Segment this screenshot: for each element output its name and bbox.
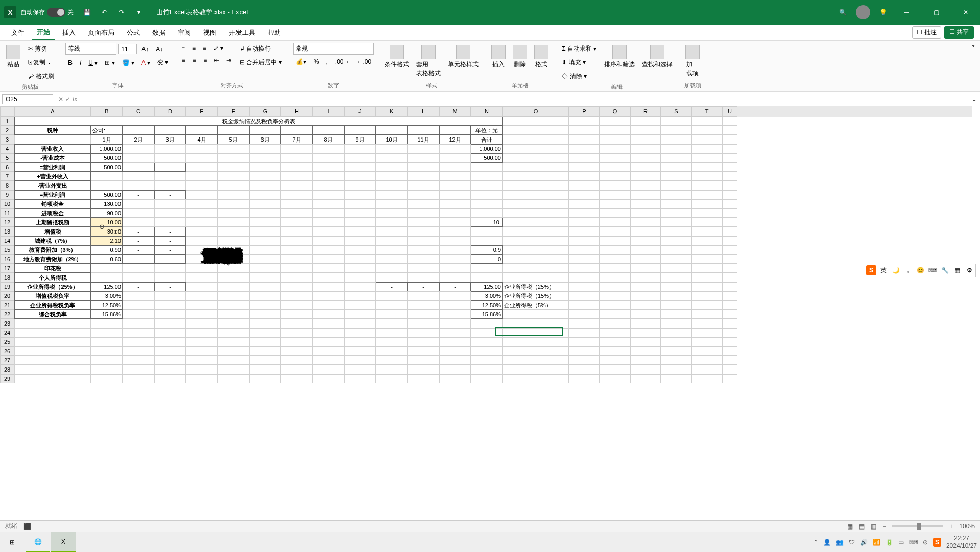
- tray-cancel-icon[interactable]: ⊘: [923, 539, 928, 546]
- cell[interactable]: [722, 117, 737, 126]
- row-header-20[interactable]: 20: [0, 291, 14, 301]
- cell[interactable]: [691, 273, 722, 282]
- cell[interactable]: [630, 181, 661, 190]
- cell[interactable]: [503, 126, 569, 135]
- cell[interactable]: [408, 199, 439, 209]
- cell[interactable]: [569, 291, 600, 301]
- cell[interactable]: [600, 310, 630, 319]
- undo-icon[interactable]: ↶: [97, 5, 111, 19]
- cell[interactable]: [186, 163, 218, 172]
- cell[interactable]: [281, 291, 313, 301]
- cell[interactable]: [249, 126, 281, 135]
- cell[interactable]: [281, 328, 313, 337]
- cell[interactable]: [439, 144, 471, 153]
- cell[interactable]: [344, 374, 376, 383]
- cell[interactable]: [691, 199, 722, 209]
- cell[interactable]: [218, 126, 249, 135]
- cell[interactable]: [218, 347, 249, 356]
- cell[interactable]: 500.00: [471, 153, 503, 163]
- chrome-icon[interactable]: 🌐: [26, 532, 50, 553]
- paste-button[interactable]: 粘贴: [4, 43, 22, 71]
- tray-chevron-icon[interactable]: ⌃: [813, 539, 818, 546]
- cell[interactable]: [218, 163, 249, 172]
- cell[interactable]: [600, 374, 630, 383]
- cell[interactable]: [661, 347, 691, 356]
- cell[interactable]: [313, 153, 344, 163]
- cell[interactable]: [471, 163, 503, 172]
- bold-button[interactable]: B: [65, 58, 75, 68]
- cell[interactable]: +营业外收入: [14, 172, 91, 181]
- cell[interactable]: 90.00: [91, 209, 123, 218]
- cell[interactable]: [439, 126, 471, 135]
- cell[interactable]: [249, 172, 281, 181]
- cell[interactable]: [408, 190, 439, 199]
- cell[interactable]: 500.00: [91, 153, 123, 163]
- cell[interactable]: [218, 255, 249, 264]
- cell[interactable]: [249, 153, 281, 163]
- cell[interactable]: [569, 337, 600, 347]
- increase-indent-icon[interactable]: ⇥: [224, 55, 234, 65]
- cell[interactable]: [471, 273, 503, 282]
- cell[interactable]: [630, 126, 661, 135]
- cell[interactable]: [376, 374, 408, 383]
- cell[interactable]: [14, 347, 91, 356]
- cell[interactable]: [630, 144, 661, 153]
- ime-grid-icon[interactable]: ▦: [952, 265, 962, 275]
- cell[interactable]: [154, 209, 186, 218]
- cell[interactable]: [376, 126, 408, 135]
- cell[interactable]: 销项税金: [14, 199, 91, 209]
- row-header-14[interactable]: 14: [0, 236, 14, 245]
- cell[interactable]: [218, 199, 249, 209]
- cell[interactable]: 增值税税负率: [14, 291, 91, 301]
- cell[interactable]: [376, 172, 408, 181]
- col-header-E[interactable]: E: [186, 106, 218, 117]
- cell[interactable]: [661, 356, 691, 365]
- cell[interactable]: 上期留抵税额: [14, 218, 91, 227]
- cell[interactable]: [503, 199, 569, 209]
- cell[interactable]: [439, 301, 471, 310]
- cell[interactable]: [503, 172, 569, 181]
- tray-keyboard-icon[interactable]: ⌨: [909, 539, 918, 546]
- cell[interactable]: 0.60: [91, 255, 123, 264]
- cell[interactable]: [630, 291, 661, 301]
- cell[interactable]: [186, 236, 218, 245]
- cell[interactable]: [281, 255, 313, 264]
- cell[interactable]: 8月: [313, 135, 344, 144]
- cell[interactable]: [313, 301, 344, 310]
- cell[interactable]: [186, 347, 218, 356]
- cell[interactable]: [186, 153, 218, 163]
- cell[interactable]: [376, 199, 408, 209]
- row-header-12[interactable]: 12: [0, 218, 14, 227]
- cell[interactable]: [471, 172, 503, 181]
- cell[interactable]: [569, 199, 600, 209]
- cell[interactable]: [186, 181, 218, 190]
- ime-keyboard-icon[interactable]: ⌨: [927, 265, 938, 275]
- cell[interactable]: [14, 337, 91, 347]
- cell[interactable]: [439, 181, 471, 190]
- cell[interactable]: [471, 209, 503, 218]
- minimize-icon[interactable]: ─: [896, 5, 917, 20]
- cell[interactable]: [123, 365, 154, 374]
- row-header-6[interactable]: 6: [0, 163, 14, 172]
- decrease-indent-icon[interactable]: ⇤: [211, 55, 222, 65]
- cell[interactable]: [123, 153, 154, 163]
- cell[interactable]: [569, 301, 600, 310]
- share-button[interactable]: ☐ 共享: [944, 26, 974, 39]
- border-button[interactable]: ⊞ ▾: [102, 58, 117, 68]
- cell[interactable]: [471, 181, 503, 190]
- cell[interactable]: [218, 144, 249, 153]
- cell[interactable]: [281, 310, 313, 319]
- cell[interactable]: [154, 199, 186, 209]
- cell[interactable]: [471, 199, 503, 209]
- cell[interactable]: [186, 255, 218, 264]
- cell[interactable]: 10.: [471, 218, 503, 227]
- cell[interactable]: [600, 209, 630, 218]
- col-header-R[interactable]: R: [630, 106, 661, 117]
- cell[interactable]: [722, 328, 737, 337]
- cell[interactable]: [569, 236, 600, 245]
- zoom-slider[interactable]: [892, 525, 943, 527]
- cell[interactable]: [439, 374, 471, 383]
- cell[interactable]: 1,000.00: [471, 144, 503, 153]
- ime-lang[interactable]: 英: [878, 265, 889, 275]
- cell[interactable]: [249, 218, 281, 227]
